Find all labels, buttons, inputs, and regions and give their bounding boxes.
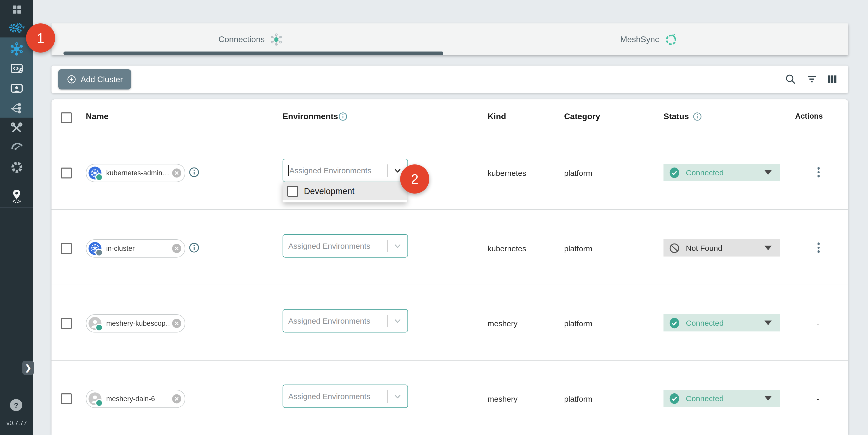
meshery-avatar <box>88 392 102 406</box>
environments-placeholder: Assigned Environments <box>288 316 387 325</box>
sidebar-divider <box>0 207 33 208</box>
connection-name: meshery-dain-6 <box>106 395 171 403</box>
header-name[interactable]: Name <box>86 112 108 121</box>
select-open-button[interactable] <box>388 316 407 325</box>
environments-placeholder: Assigned Environments <box>289 166 387 175</box>
status-label: Not Found <box>686 244 765 252</box>
add-cluster-label: Add Cluster <box>81 75 123 84</box>
select-all-checkbox[interactable] <box>61 113 72 123</box>
remove-connection-icon[interactable] <box>171 318 182 329</box>
category-cell: platform <box>564 244 592 253</box>
row-checkbox[interactable] <box>61 167 72 179</box>
not-found-icon <box>669 242 680 254</box>
status-select[interactable]: Connected <box>663 314 780 332</box>
row-actions-menu-button[interactable] <box>812 242 825 254</box>
status-dot <box>95 324 103 332</box>
dashboard-icon <box>11 4 22 15</box>
location-pin-icon <box>10 188 23 204</box>
row-actions-menu-button[interactable] <box>812 166 825 179</box>
status-select[interactable]: Not Found <box>663 239 780 256</box>
extensions-icon <box>10 160 24 174</box>
sidebar-item-extensions[interactable] <box>0 158 33 177</box>
option-checkbox[interactable] <box>287 186 298 197</box>
chevron-down-icon <box>393 392 402 401</box>
row-checkbox[interactable] <box>61 243 72 254</box>
status-label: Connected <box>686 168 765 177</box>
caret-down-icon <box>765 170 772 175</box>
header-category[interactable]: Category <box>564 112 600 121</box>
app-version: v0.7.77 <box>0 420 33 427</box>
select-open-button[interactable] <box>388 392 407 401</box>
connection-chip[interactable]: in-cluster <box>86 239 185 257</box>
sidebar-item-catalog[interactable] <box>0 187 33 206</box>
environments-select[interactable]: Assigned Environments <box>283 234 408 257</box>
row-checkbox[interactable] <box>61 318 72 329</box>
remove-connection-icon[interactable] <box>171 393 182 404</box>
environments-select[interactable]: Assigned Environments <box>283 309 408 333</box>
environments-placeholder: Assigned Environments <box>288 242 387 250</box>
chevron-down-icon <box>393 316 402 325</box>
connection-name: meshery-kubescop… <box>106 319 171 327</box>
option-label: Development <box>304 186 354 196</box>
tab-connections[interactable]: Connections <box>52 23 450 55</box>
sidebar-item-service-mesh[interactable] <box>0 99 33 118</box>
connection-info-icon[interactable] <box>188 242 200 253</box>
sidebar-divider <box>0 183 33 183</box>
question-mark-icon: ? <box>14 401 18 409</box>
performance-icon <box>10 139 23 153</box>
row-separator <box>52 285 848 285</box>
chevron-right-icon: ❯ <box>25 363 31 373</box>
sidebar-expand-button[interactable]: ❯ <box>22 361 34 375</box>
configuration-icon <box>10 121 23 135</box>
status-info-icon[interactable] <box>692 111 703 122</box>
environment-option-development[interactable]: Development <box>283 182 407 200</box>
header-kind[interactable]: Kind <box>488 112 506 121</box>
connection-name: in-cluster <box>106 245 171 252</box>
add-cluster-button[interactable]: Add Cluster <box>58 69 131 90</box>
environments-select[interactable]: Assigned Environments <box>283 384 408 408</box>
header-environments[interactable]: Environments <box>283 112 338 121</box>
meshsync-tab-icon <box>664 32 678 46</box>
caret-down-icon <box>22 27 25 29</box>
chevron-down-icon <box>393 241 402 251</box>
category-cell: platform <box>564 168 592 178</box>
remove-connection-icon[interactable] <box>171 243 182 254</box>
sidebar-item-operator[interactable] <box>0 79 33 98</box>
environments-select[interactable]: Assigned Environments <box>283 159 408 182</box>
sidebar-item-performance[interactable] <box>0 137 33 156</box>
kind-cell: kubernetes <box>488 244 526 253</box>
help-button[interactable]: ? <box>10 399 22 411</box>
sidebar-item-configuration[interactable] <box>0 119 33 137</box>
active-tab-indicator <box>63 52 443 55</box>
row-separator <box>52 360 848 361</box>
select-open-button[interactable] <box>388 241 407 251</box>
environments-info-icon[interactable] <box>338 111 348 122</box>
connected-check-icon <box>669 393 680 404</box>
connected-check-icon <box>669 167 680 178</box>
sidebar-item-adapters[interactable] <box>0 59 33 78</box>
header-status[interactable]: Status <box>663 112 689 121</box>
sidebar-item-dashboard[interactable] <box>0 0 33 19</box>
meshery-app: ❯ ? v0.7.77 1 Connections MeshSync <box>0 0 868 435</box>
filter-button[interactable] <box>806 73 818 85</box>
row-checkbox[interactable] <box>61 393 72 404</box>
view-columns-button[interactable] <box>826 73 838 85</box>
row-separator <box>52 133 848 133</box>
remove-connection-icon[interactable] <box>171 167 182 179</box>
connection-chip[interactable]: kubernetes-admin… <box>86 164 185 182</box>
annotation-badge-1: 1 <box>26 23 55 53</box>
tab-bar: Connections MeshSync <box>52 23 848 55</box>
status-label: Connected <box>686 318 765 327</box>
connection-chip[interactable]: meshery-dain-6 <box>86 390 185 408</box>
status-dot <box>95 249 103 256</box>
status-select[interactable]: Connected <box>663 164 780 181</box>
search-button[interactable] <box>784 73 797 85</box>
table-header-row: Name Environments Kind Category Status A… <box>52 99 848 133</box>
connection-chip[interactable]: meshery-kubescop… <box>86 314 185 333</box>
status-select[interactable]: Connected <box>663 390 780 407</box>
tab-connections-label: Connections <box>219 35 265 44</box>
tab-meshsync[interactable]: MeshSync <box>450 23 848 55</box>
status-dot <box>95 399 103 407</box>
connection-info-icon[interactable] <box>188 166 200 178</box>
caret-down-icon <box>765 246 772 250</box>
